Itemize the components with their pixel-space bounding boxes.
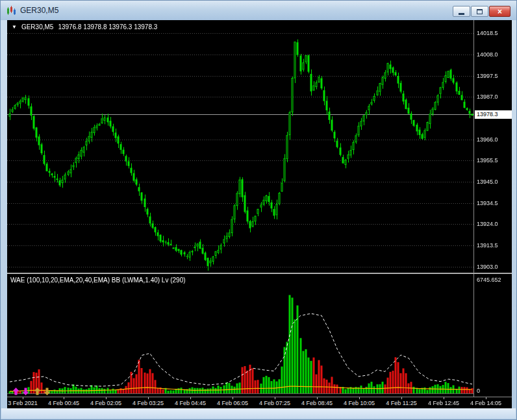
time-axis-tick <box>401 397 402 399</box>
price-axis-label: 14008.0 <box>477 51 498 58</box>
wae-arrow-up-icon <box>12 388 19 395</box>
time-axis-label: 4 Feb 03:25 <box>132 400 164 406</box>
time-axis-tick <box>444 397 444 399</box>
bid-price-box: 13978.3 <box>475 110 512 119</box>
title-bar[interactable]: GER30,M5 × <box>1 1 516 20</box>
maximize-button[interactable] <box>471 6 488 17</box>
window-title: GER30,M5 <box>20 6 58 15</box>
price-axis-label: 13997.5 <box>477 73 498 79</box>
wae-arrow-down-icon <box>22 388 29 395</box>
indicator-axis-zero: 0 <box>477 388 480 394</box>
ohlc-info-line: ▼ GER30,M5 13976.8 13978.8 13976.3 13978… <box>12 23 157 31</box>
price-axis-label: 13966.0 <box>477 136 498 143</box>
price-axis-label: 13934.5 <box>477 200 498 206</box>
time-axis-label: 4 Feb 08:45 <box>301 400 333 406</box>
mt4-chart-window: GER30,M5 × ▼ GER30,M5 13976.8 13978.8 13… <box>0 0 517 420</box>
minimize-icon <box>459 13 464 15</box>
maximize-icon <box>477 9 483 14</box>
indicator-axis-max: 6745.652 <box>477 277 501 283</box>
status-bar <box>1 408 516 419</box>
time-axis-label: 4 Feb 02:05 <box>90 400 121 406</box>
price-axis-label: 13955.5 <box>477 157 498 164</box>
time-axis-label: 4 Feb 04:45 <box>175 400 206 406</box>
price-axis-label: 14018.5 <box>477 30 498 36</box>
time-axis-label: 4 Feb 12:45 <box>428 400 459 406</box>
time-axis-tick <box>359 397 360 399</box>
pane-splitter[interactable] <box>7 273 512 274</box>
time-axis-tick <box>64 397 64 399</box>
price-axis-label: 13903.0 <box>477 264 498 270</box>
indicator-canvas[interactable] <box>7 274 512 397</box>
time-axis-tick <box>190 397 191 399</box>
chart-area: ▼ GER30,M5 13976.8 13978.8 13976.3 13978… <box>7 20 512 408</box>
price-axis-label: 13913.5 <box>477 242 498 249</box>
time-axis-tick <box>23 397 23 399</box>
time-axis-label: 4 Feb 06:05 <box>217 400 248 406</box>
time-axis-label: 4 Feb 11:25 <box>386 400 416 406</box>
time-axis-label: 4 Feb 14:05 <box>470 400 501 406</box>
symbol-label: GER30,M5 <box>21 23 53 31</box>
main-chart-canvas[interactable] <box>7 20 512 273</box>
price-axis-label: 13945.0 <box>477 179 498 185</box>
time-axis-tick <box>275 397 275 399</box>
time-axis-label: 4 Feb 07:25 <box>259 400 290 406</box>
wae-arrow-down-icon <box>44 388 51 395</box>
time-axis-label: 4 Feb 10:05 <box>344 400 375 406</box>
ohlc-values: 13976.8 13978.8 13976.3 13978.3 <box>58 23 157 31</box>
close-icon: × <box>498 7 502 16</box>
time-axis-label: 4 Feb 00:45 <box>48 400 79 406</box>
price-axis-label: 13924.0 <box>477 221 498 227</box>
dropdown-arrow-icon[interactable]: ▼ <box>12 24 17 30</box>
window-icon <box>6 5 16 16</box>
close-button[interactable]: × <box>489 6 511 17</box>
time-axis-label: 3 Feb 2021 <box>8 400 38 406</box>
time-axis-tick <box>106 397 107 399</box>
price-axis-label: 13987.0 <box>477 93 498 100</box>
time-axis-tick <box>148 397 149 399</box>
time-axis-tick <box>233 397 233 399</box>
indicator-label: WAE (100,10,20,EMA,20,40,EMA) BB (LWMA,1… <box>10 277 186 284</box>
minimize-button[interactable] <box>453 6 470 17</box>
wae-arrow-up-icon <box>34 388 41 395</box>
time-axis-tick <box>486 397 486 399</box>
time-axis[interactable]: 3 Feb 20214 Feb 00:454 Feb 02:054 Feb 03… <box>7 397 512 408</box>
time-axis-tick <box>317 397 318 399</box>
